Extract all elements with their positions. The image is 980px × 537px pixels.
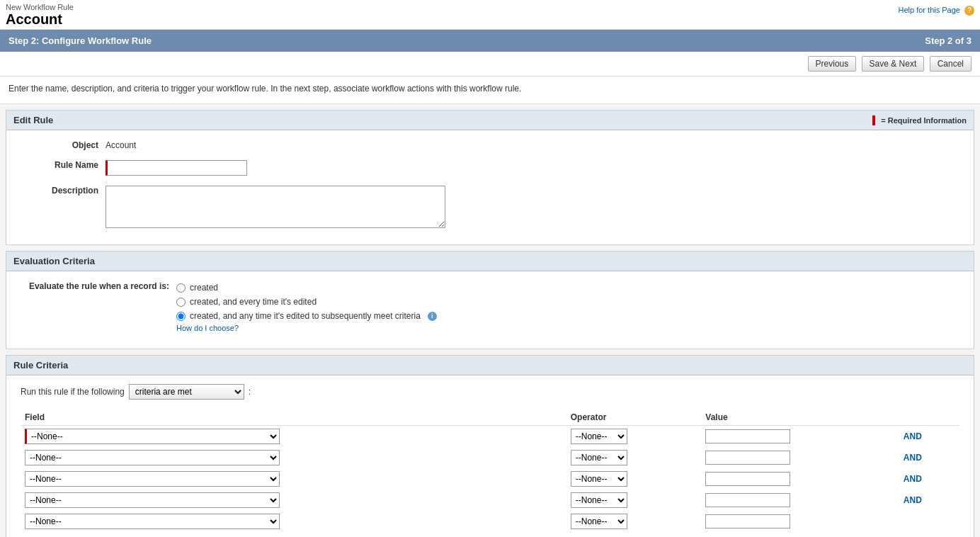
evaluation-criteria-header: Evaluation Criteria	[6, 251, 974, 271]
value-cell	[701, 490, 894, 511]
radio-group: created created, and every time it's edi…	[176, 283, 959, 321]
operator-select-0[interactable]: --None--	[571, 429, 627, 444]
value-input-3[interactable]	[705, 493, 790, 507]
field-cell: --None--	[21, 468, 566, 490]
value-input-2[interactable]	[705, 472, 790, 486]
and-cell: AND	[895, 426, 959, 448]
description-value	[106, 183, 959, 230]
object-row: Object Account	[21, 137, 959, 150]
radio-created-edited-label: created, and every time it's edited	[190, 297, 317, 307]
cancel-button-top[interactable]: Cancel	[930, 56, 972, 72]
rule-criteria-title: Rule Criteria	[13, 360, 68, 371]
step-header-right: Step 2 of 3	[925, 35, 972, 46]
value-cell	[701, 511, 894, 532]
and-column-header	[895, 409, 959, 426]
field-cell: --None--	[21, 426, 566, 448]
value-input-1[interactable]	[705, 451, 790, 465]
field-column-header: Field	[21, 409, 566, 426]
field-cell: --None--	[21, 511, 566, 532]
criteria-row: --None----None--AND	[21, 490, 959, 511]
radio-item-created-meets-criteria: created, and any time it's edited to sub…	[176, 311, 959, 321]
field-select-2[interactable]: --None--	[25, 471, 280, 487]
field-select-3[interactable]: --None--	[25, 492, 280, 508]
operator-select-1[interactable]: --None--	[571, 450, 627, 465]
eval-options: created created, and every time it's edi…	[176, 280, 959, 333]
save-next-button-top[interactable]: Save & Next	[862, 56, 925, 72]
and-label-1: AND	[899, 453, 922, 463]
eval-label: Evaluate the rule when a record is:	[21, 280, 176, 291]
field-select-0[interactable]: --None--	[25, 429, 280, 444]
operator-cell: --None--	[566, 426, 702, 448]
rule-criteria-header: Rule Criteria	[6, 356, 974, 375]
rule-name-row: Rule Name	[21, 157, 959, 176]
criteria-info-icon[interactable]: i	[428, 312, 437, 321]
help-link-text: Help for this Page	[899, 6, 960, 14]
value-cell	[701, 426, 894, 448]
operator-cell: --None--	[566, 511, 702, 532]
rule-criteria-section: Rule Criteria Run this rule if the follo…	[6, 355, 974, 537]
edit-rule-title: Edit Rule	[13, 115, 53, 125]
radio-created-meets-criteria[interactable]	[176, 312, 186, 321]
value-cell	[701, 447, 894, 468]
page-subtitle: New Workflow Rule	[6, 3, 974, 11]
operator-select-2[interactable]: --None--	[571, 471, 627, 487]
operator-select-3[interactable]: --None--	[571, 492, 627, 508]
rule-name-input[interactable]	[106, 160, 247, 176]
and-cell: AND	[895, 468, 959, 490]
field-select-4[interactable]: --None--	[25, 514, 280, 529]
radio-item-created-edited: created, and every time it's edited	[176, 297, 959, 307]
required-bar-icon	[872, 115, 875, 125]
run-rule-row: Run this rule if the following criteria …	[21, 384, 959, 400]
step-header-left: Step 2: Configure Workflow Rule	[8, 35, 152, 46]
how-do-i-link[interactable]: How do I choose?	[176, 324, 239, 332]
value-input-0[interactable]	[705, 429, 790, 443]
previous-button-top[interactable]: Previous	[808, 56, 857, 72]
eval-row: Evaluate the rule when a record is: crea…	[21, 280, 959, 333]
field-cell: --None--	[21, 490, 566, 511]
criteria-type-select[interactable]: criteria are met formula evaluates to tr…	[129, 384, 244, 400]
help-icon: ?	[964, 6, 974, 16]
operator-cell: --None--	[566, 490, 702, 511]
edit-rule-header: Edit Rule = Required Information	[6, 111, 974, 130]
operator-cell: --None--	[566, 468, 702, 490]
top-action-bar: Previous Save & Next Cancel	[0, 52, 980, 77]
field-select-1[interactable]: --None--	[25, 450, 280, 465]
evaluation-criteria-title: Evaluation Criteria	[13, 256, 95, 266]
radio-created-edited[interactable]	[176, 298, 186, 307]
edit-rule-section: Edit Rule = Required Information Object …	[6, 110, 974, 245]
radio-created-label: created	[190, 283, 218, 293]
and-label-2: AND	[899, 474, 922, 484]
run-rule-prefix: Run this rule if the following	[21, 387, 125, 397]
criteria-body: Run this rule if the following criteria …	[6, 375, 974, 537]
required-legend-text: = Required Information	[881, 116, 967, 125]
criteria-header-row: Field Operator Value	[21, 409, 959, 426]
evaluation-criteria-section: Evaluation Criteria Evaluate the rule wh…	[6, 251, 974, 349]
criteria-row: --None----None--AND	[21, 468, 959, 490]
object-label: Object	[21, 137, 106, 150]
value-input-4[interactable]	[705, 514, 790, 528]
description-textarea[interactable]	[106, 186, 445, 228]
criteria-table: Field Operator Value --None----None--AND…	[21, 409, 959, 532]
operator-select-4[interactable]: --None--	[571, 514, 627, 529]
criteria-row: --None----None--AND	[21, 426, 959, 448]
and-label-0: AND	[899, 431, 922, 441]
value-cell	[701, 468, 894, 490]
and-label-3: AND	[899, 495, 922, 505]
criteria-row: --None----None--	[21, 511, 959, 532]
description-text: Enter the name, description, and criteri…	[0, 77, 980, 104]
rule-name-label: Rule Name	[21, 157, 106, 170]
description-row: Description	[21, 183, 959, 230]
and-cell	[895, 511, 959, 532]
help-link[interactable]: Help for this Page ?	[899, 6, 975, 16]
and-cell: AND	[895, 490, 959, 511]
object-value: Account	[106, 137, 959, 150]
radio-created[interactable]	[176, 283, 186, 293]
and-cell: AND	[895, 447, 959, 468]
radio-item-created: created	[176, 283, 959, 293]
value-column-header: Value	[701, 409, 894, 426]
page-title: Account	[6, 11, 974, 28]
operator-cell: --None--	[566, 447, 702, 468]
edit-rule-body: Object Account Rule Name Description	[6, 130, 974, 244]
description-label: Description	[21, 183, 106, 196]
evaluation-criteria-body: Evaluate the rule when a record is: crea…	[6, 271, 974, 349]
